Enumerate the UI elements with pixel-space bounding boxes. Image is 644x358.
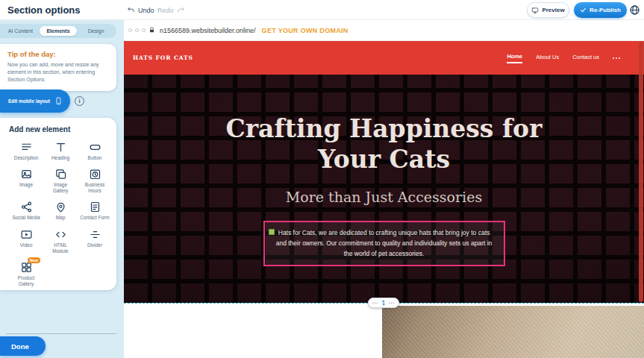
tip-body: Now you can add, move and resize any ele… [7, 61, 109, 84]
element-video[interactable]: Video [9, 228, 43, 254]
redo-button[interactable]: Redo [157, 0, 185, 20]
preview-scrollbar[interactable] [639, 42, 643, 302]
next-section-image[interactable] [382, 306, 644, 358]
edit-mobile-label: Edit mobile layout [8, 98, 50, 104]
nav-home[interactable]: Home [507, 53, 522, 63]
element-description[interactable]: Description [9, 141, 43, 161]
element-heading[interactable]: Heading [43, 141, 78, 161]
element-image-gallery[interactable]: Image Gallery [43, 168, 78, 194]
sidebar: AI Content Elements Design Tip of the da… [0, 20, 124, 358]
tip-of-the-day-card: Tip of the day: Now you can add, move an… [0, 44, 116, 91]
selected-text-element[interactable]: Hats for Cats, we are dedicated to craft… [263, 221, 505, 266]
sidebar-divider [6, 333, 116, 334]
video-icon [20, 228, 33, 241]
site-logo[interactable]: HATS FOR CATS [133, 54, 193, 61]
phone-icon [54, 95, 63, 107]
redo-icon [177, 6, 185, 14]
tab-elements[interactable]: Elements [40, 26, 78, 36]
heading-icon [54, 141, 67, 154]
tab-design[interactable]: Design [77, 26, 115, 36]
html-module-icon [54, 228, 67, 241]
element-divider[interactable]: Divider [78, 228, 112, 254]
undo-button[interactable]: Undo [127, 0, 154, 20]
social-media-icon [20, 201, 33, 213]
tab-ai-content[interactable]: AI Content [1, 26, 40, 36]
element-button[interactable]: Button [78, 141, 112, 161]
undo-icon [127, 6, 135, 14]
redo-label: Redo [157, 7, 174, 14]
window-dot-icon [142, 28, 146, 32]
element-image[interactable]: Image [9, 168, 43, 194]
check-icon [580, 7, 587, 13]
tip-heading: Tip of the day: [7, 50, 109, 58]
browser-bar: n1566589.websitebuilder.online/ GET YOUR… [124, 20, 644, 41]
monitor-icon [531, 7, 539, 14]
topbar: Section options Undo Redo Preview Re-Pub… [0, 0, 644, 20]
nav-about-us[interactable]: About Us [536, 54, 559, 62]
undo-label: Undo [138, 7, 154, 14]
resize-arrows-icon [381, 299, 387, 307]
preview-label: Preview [542, 7, 564, 13]
nav-more-icon[interactable] [613, 55, 620, 61]
section-resize-handle[interactable]: ••• ••• [368, 298, 399, 308]
image-icon [20, 168, 33, 180]
grip-dots-icon: ••• [389, 301, 395, 305]
window-dot-icon [128, 28, 132, 32]
preview-button[interactable]: Preview [527, 2, 569, 18]
hero-subheading[interactable]: More than Just Accessories [286, 189, 482, 205]
site-preview: n1566589.websitebuilder.online/ GET YOUR… [124, 20, 644, 358]
republish-label: Re-Publish [590, 7, 621, 13]
site-nav: Home About Us Contact us [507, 53, 620, 63]
url-text[interactable]: n1566589.websitebuilder.online/ [160, 27, 256, 34]
drag-handle-green[interactable] [269, 229, 275, 235]
nav-contact-us[interactable]: Contact us [572, 54, 599, 62]
contact-form-icon [89, 201, 101, 213]
hero-body-text: Hats for Cats, we are dedicated to craft… [274, 227, 495, 260]
grip-dots-icon: ••• [372, 301, 378, 305]
window-dot-icon [135, 28, 139, 32]
done-button[interactable]: Done [0, 336, 46, 356]
done-label: Done [11, 342, 29, 351]
new-badge: New [28, 257, 40, 263]
description-icon [20, 141, 33, 154]
hero-section: Crafting Happiness for Your Cats More th… [124, 75, 644, 303]
element-html-module[interactable]: HTML Module [43, 228, 78, 254]
add-element-title: Add new element [9, 125, 112, 134]
image-gallery-icon [54, 168, 67, 180]
element-contact-form[interactable]: Contact Form [78, 201, 112, 221]
divider-icon [89, 228, 101, 241]
button-icon [89, 141, 101, 154]
add-element-panel: Add new element Description Heading Butt… [0, 118, 116, 290]
site-header: HATS FOR CATS Home About Us Contact us [124, 41, 644, 75]
republish-button[interactable]: Re-Publish [574, 2, 627, 18]
globe-icon[interactable] [629, 4, 640, 16]
sidebar-tabs: AI Content Elements Design [0, 24, 116, 38]
element-business-hours[interactable]: Business Hours [78, 168, 112, 194]
element-social-media[interactable]: Social Media [9, 201, 43, 221]
business-hours-icon [89, 168, 101, 180]
lock-icon [149, 27, 155, 34]
map-icon [54, 201, 67, 213]
page-title: Section options [7, 0, 81, 20]
hero-heading[interactable]: Crafting Happiness for Your Cats [224, 113, 545, 175]
info-icon[interactable]: i [75, 96, 84, 106]
app: Section options Undo Redo Preview Re-Pub… [0, 0, 644, 358]
element-product-gallery[interactable]: New Product Gallery [9, 261, 43, 287]
get-own-domain-link[interactable]: GET YOUR OWN DOMAIN [262, 27, 348, 34]
element-grid: Description Heading Button Image Image G… [9, 141, 112, 287]
element-map[interactable]: Map [43, 201, 78, 221]
edit-mobile-layout-button[interactable]: Edit mobile layout [0, 90, 70, 113]
